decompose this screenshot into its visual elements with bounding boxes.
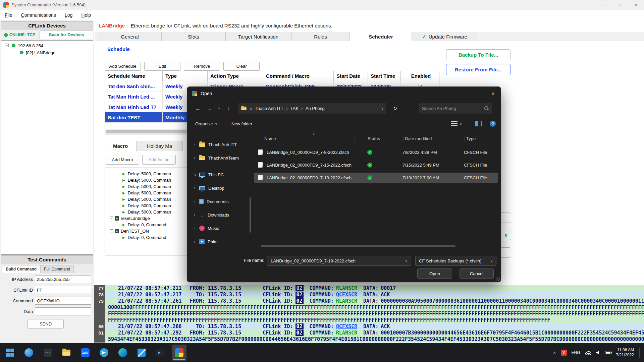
- col-start-time[interactable]: Start Time: [368, 71, 401, 81]
- wifi-icon[interactable]: [585, 350, 591, 355]
- sidebar-item-thachanhteam[interactable]: ›ThachAnhTeam: [189, 151, 251, 165]
- ip-address-field[interactable]: 255.255.255.255: [35, 275, 91, 283]
- macro-action-item[interactable]: ▶Delay: 5000, Comman: [105, 190, 187, 196]
- organize-button[interactable]: Organize∨: [195, 120, 217, 128]
- cancel-button[interactable]: Cancel: [460, 268, 494, 279]
- breadcrumb[interactable]: « Thach Anh ITT › TAK › An Phong ∨: [238, 103, 386, 114]
- new-folder-button[interactable]: New folder: [231, 120, 252, 128]
- maximize-icon[interactable]: □: [613, 0, 629, 10]
- tab-build-command[interactable]: Build Command: [2, 265, 40, 273]
- command-field[interactable]: QCFXWHO: [35, 297, 91, 305]
- cflink-id-field[interactable]: FF: [35, 286, 91, 294]
- col-action-type[interactable]: Action Type: [208, 71, 263, 81]
- recent-locations-icon[interactable]: ∨: [215, 104, 223, 113]
- volume-icon[interactable]: [596, 351, 600, 355]
- chevron-right-icon[interactable]: ›: [194, 186, 199, 190]
- tray-overflow-icon[interactable]: ∧: [553, 350, 556, 355]
- taskbar-file-explorer[interactable]: [59, 345, 74, 361]
- view-mode-icon[interactable]: ∨: [451, 120, 462, 128]
- chevron-right-icon[interactable]: ›: [194, 156, 199, 160]
- add-macro-button[interactable]: Add Macro: [106, 155, 139, 165]
- dialog-close-icon[interactable]: ✕: [485, 87, 501, 100]
- col-type[interactable]: Type: [465, 135, 498, 142]
- taskbar-browser[interactable]: [21, 345, 36, 361]
- tab-macro[interactable]: Macro: [105, 141, 136, 151]
- sidebar-item-this-pc[interactable]: ∨This PC: [189, 168, 251, 181]
- macro-action-item[interactable]: ▶Delay: 5000, Comman: [105, 209, 187, 215]
- macro-action-item[interactable]: ▶Delay: 0, Command:: [105, 222, 187, 228]
- tab-update-firmware[interactable]: ✓Update Firmware: [412, 32, 477, 41]
- tab-holiday-macro[interactable]: Holiday Ma: [136, 141, 183, 151]
- sidebar-item-desktop[interactable]: ›Desktop: [189, 181, 251, 195]
- add-action-button[interactable]: Add Action: [142, 155, 176, 165]
- restore-from-file-button[interactable]: Restore From File...: [446, 64, 511, 75]
- macro-action-item[interactable]: ▶Delay: 5000, Comman: [105, 183, 187, 190]
- macro-action-item[interactable]: ▶Delay: 5000, Comman: [105, 202, 187, 209]
- taskbar-telegram[interactable]: [97, 345, 111, 361]
- chevron-down-icon[interactable]: ∨: [194, 172, 199, 177]
- close-icon[interactable]: ✕: [629, 0, 644, 10]
- chevron-right-icon[interactable]: ›: [194, 226, 199, 231]
- tab-target-notification[interactable]: Target Notification: [225, 32, 291, 41]
- col-start-date[interactable]: Start Date: [334, 71, 368, 81]
- chevron-right-icon[interactable]: ›: [194, 142, 199, 147]
- resize-grip[interactable]: [496, 277, 500, 281]
- file-name-input[interactable]: LANBridge_02_00000FD9_7-19-2022.cfsch∨: [267, 256, 411, 266]
- macro-node[interactable]: −▶DenTEST_ON: [105, 228, 187, 234]
- forward-icon[interactable]: →: [205, 104, 214, 113]
- sidebar-item-phim[interactable]: ›▶Phim: [189, 235, 251, 248]
- taskbar-zalo[interactable]: Zalo: [78, 345, 93, 361]
- battery-icon[interactable]: [605, 351, 611, 354]
- communications-log[interactable]: 77 21/07/22 08:57:47.211FROM: 115.78.3.1…: [94, 285, 644, 343]
- taskbar-vscode[interactable]: [134, 345, 149, 361]
- sidebar-scrollbar[interactable]: [250, 197, 251, 233]
- chevron-down-icon[interactable]: ∨: [490, 259, 493, 263]
- open-button[interactable]: Open: [417, 268, 452, 279]
- send-button[interactable]: SEND: [28, 319, 64, 328]
- taskbar-terminal[interactable]: ▶_: [153, 345, 168, 361]
- col-name[interactable]: Name: [253, 135, 355, 142]
- tree-collapse-icon[interactable]: −: [5, 44, 9, 47]
- minimize-icon[interactable]: ─: [598, 0, 613, 10]
- back-icon[interactable]: ←: [193, 104, 203, 113]
- tab-scheduler[interactable]: Scheduler: [350, 32, 412, 41]
- macro-node[interactable]: −▶resetLanbridge: [105, 215, 187, 222]
- refresh-icon[interactable]: ↻: [390, 104, 400, 113]
- macro-action-item[interactable]: ▶Delay: 5000, Comman: [105, 196, 187, 202]
- col-date-modified[interactable]: Date modified: [404, 135, 465, 142]
- menu-help[interactable]: Help: [81, 12, 91, 18]
- col-type[interactable]: Type: [163, 71, 208, 81]
- menu-communications[interactable]: Communications: [21, 12, 56, 18]
- taskbar-edge[interactable]: [115, 345, 130, 361]
- scan-for-devices-button[interactable]: Scan for Devices: [40, 30, 93, 39]
- tree-item-ip[interactable]: 192.68.8.254: [18, 43, 43, 48]
- col-status[interactable]: Status: [355, 135, 404, 142]
- search-input[interactable]: Search An Phong: [419, 103, 492, 114]
- col-command-macro[interactable]: Command / Macro: [263, 71, 334, 81]
- sidebar-item-documents[interactable]: ›Documents: [189, 195, 251, 208]
- col-enabled[interactable]: Enabled: [401, 71, 438, 81]
- add-schedule-button[interactable]: Add Schedule: [105, 62, 141, 71]
- taskbar-clock[interactable]: 11:06 AM 7/21/2022: [616, 348, 634, 358]
- macro-action-item[interactable]: ▶Delay: 5000, Comman: [105, 177, 187, 183]
- help-icon[interactable]: ?: [490, 120, 496, 128]
- tab-rules[interactable]: Rules: [291, 32, 350, 41]
- menu-log[interactable]: Log: [65, 12, 72, 18]
- file-row[interactable]: LANBridge_02_00000FD9_7-8-2022.cfsch ✓ 7…: [254, 147, 498, 157]
- start-button[interactable]: [3, 345, 17, 361]
- chevron-down-icon[interactable]: ∨: [381, 106, 384, 111]
- breadcrumb-item[interactable]: TAK: [290, 106, 299, 111]
- macro-action-item[interactable]: ▶Delay: 5000, Comman: [105, 171, 187, 177]
- language-indicator[interactable]: ENG: [572, 350, 580, 355]
- breadcrumb-item[interactable]: Thach Anh ITT: [255, 106, 283, 111]
- taskbar-app[interactable]: [40, 345, 55, 361]
- clear-schedule-button[interactable]: Clear: [223, 62, 260, 71]
- file-list-scrollbar[interactable]: [261, 245, 455, 247]
- breadcrumb-item[interactable]: An Phong: [306, 106, 325, 111]
- tab-full-command[interactable]: Full Command: [40, 265, 74, 273]
- chevron-right-icon[interactable]: ›: [194, 199, 199, 204]
- breadcrumb-overflow-icon[interactable]: «: [250, 106, 252, 111]
- sidebar-item-partial[interactable]: [189, 248, 251, 252]
- sidebar-item-thach-anh-itt[interactable]: ›Thach Anh ITT: [189, 138, 251, 151]
- menu-file[interactable]: File: [5, 12, 12, 18]
